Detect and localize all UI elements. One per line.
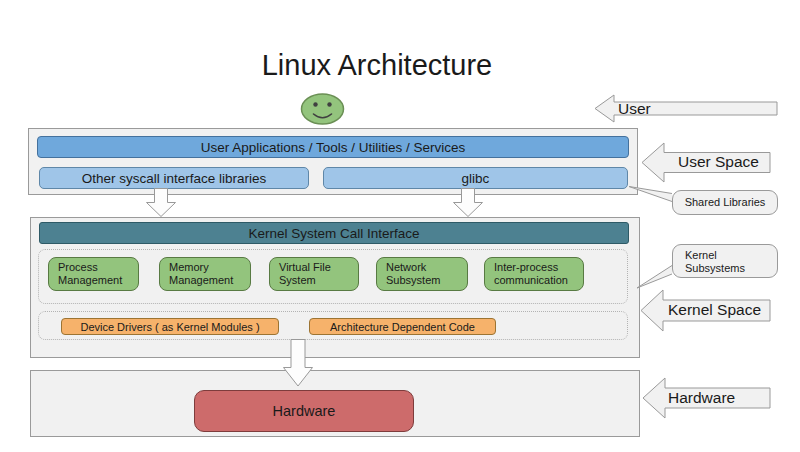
device-drivers-label: Device Drivers ( as Kernel Modules ) <box>80 321 259 333</box>
hardware-arrow-label: Hardware <box>668 389 735 407</box>
kernel-subsystems-label: Kernel Subsystems <box>685 249 745 274</box>
hardware-box-label: Hardware <box>273 403 336 419</box>
shared-libraries-callout: Shared Libraries <box>672 190 778 215</box>
user-applications-label: User Applications / Tools / Utilities / … <box>201 140 466 155</box>
kernel-modules-group: Device Drivers ( as Kernel Modules ) Arc… <box>38 311 628 340</box>
kernel-syscall-interface-bar: Kernel System Call Interface <box>39 222 629 244</box>
architecture-dependent-code-label: Architecture Dependent Code <box>330 321 475 333</box>
subsystem-memory-management: Memory Management <box>159 257 251 291</box>
subsystem-process-management: Process Management <box>48 257 139 291</box>
shared-libraries-label: Shared Libraries <box>685 196 766 209</box>
subsystem-label: Inter-process communication <box>494 261 583 288</box>
other-syscall-box: Other syscall interface libraries <box>39 167 309 189</box>
kernel-syscall-interface-label: Kernel System Call Interface <box>248 226 419 241</box>
glibc-label: glibc <box>462 171 490 186</box>
architecture-dependent-code-box: Architecture Dependent Code <box>309 318 496 335</box>
other-syscall-label: Other syscall interface libraries <box>82 171 267 186</box>
kernel-space-arrow-label: Kernel Space <box>668 301 761 319</box>
subsystem-network-subsystem: Network Subsystem <box>376 257 468 291</box>
kernel-subsystems-callout: Kernel Subsystems <box>672 244 778 278</box>
subsystem-virtual-file-system: Virtual File System <box>269 257 359 291</box>
kernel-space-container: Kernel System Call Interface Process Man… <box>30 217 640 358</box>
subsystem-label: Process Management <box>58 261 138 288</box>
glibc-box: glibc <box>323 167 628 189</box>
user-space-container: User Applications / Tools / Utilities / … <box>28 128 638 195</box>
user-applications-bar: User Applications / Tools / Utilities / … <box>37 136 629 158</box>
device-drivers-box: Device Drivers ( as Kernel Modules ) <box>61 318 279 335</box>
kernel-subsystems-group: Process Management Memory Management Vir… <box>38 249 628 304</box>
subsystem-label: Memory Management <box>169 261 250 288</box>
user-space-arrow-label: User Space <box>678 153 759 171</box>
kernel-subsystems-callout-tail <box>637 266 672 289</box>
hardware-container: Hardware <box>30 370 640 437</box>
user-arrow-label: User <box>618 100 651 118</box>
subsystem-inter-process-communication: Inter-process communication <box>484 257 584 291</box>
page-title: Linux Architecture <box>77 48 677 82</box>
subsystem-label: Network Subsystem <box>386 261 467 288</box>
smiley-face-icon <box>302 94 344 124</box>
subsystem-label: Virtual File System <box>279 261 358 288</box>
diagram-canvas: Linux Architecture User Applica <box>0 0 800 452</box>
hardware-box: Hardware <box>194 390 414 432</box>
